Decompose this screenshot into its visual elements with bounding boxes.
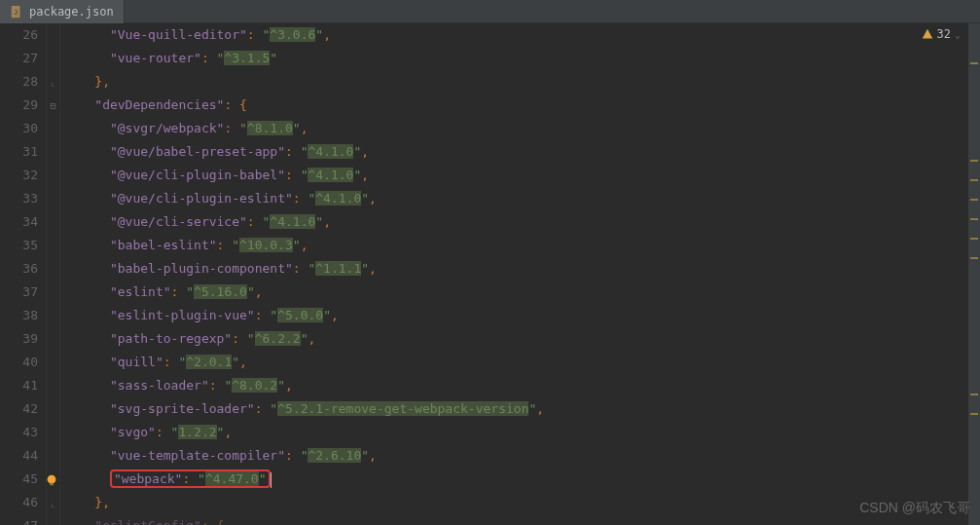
code-line[interactable]: "svg-sprite-loader": "^5.2.1-remove-get-… (64, 397, 980, 421)
fold-marker[interactable] (47, 421, 59, 444)
code-line[interactable]: "@svgr/webpack": "^8.1.0", (64, 117, 980, 140)
svg-text:J: J (14, 8, 18, 15)
fold-marker[interactable] (47, 257, 59, 281)
code-line[interactable]: "svgo": "1.2.2", (64, 421, 980, 444)
line-number: 37 (0, 281, 38, 304)
line-number: 34 (0, 210, 38, 234)
line-number: 29 (0, 94, 38, 117)
fold-marker[interactable] (47, 140, 59, 164)
line-number: 26 (0, 23, 38, 47)
code-line[interactable]: "quill": "^2.0.1", (64, 351, 980, 374)
code-line[interactable]: "Vue-quill-editor": "^3.0.6", (64, 23, 980, 47)
svg-rect-3 (50, 483, 54, 486)
line-number: 40 (0, 351, 38, 374)
line-number: 46 (0, 491, 38, 514)
code-line[interactable]: "eslint-plugin-vue": "^5.0.0", (64, 304, 980, 327)
code-line[interactable]: "babel-plugin-component": "^1.1.1", (64, 257, 980, 281)
tab-bar: J package.json (0, 0, 980, 23)
scrollbar[interactable] (968, 23, 980, 525)
line-number: 44 (0, 444, 38, 468)
fold-marker[interactable]: ⌞ (47, 70, 59, 94)
code-line[interactable]: "eslint": "^5.16.0", (64, 281, 980, 304)
code-line[interactable]: "@vue/cli-service": "^4.1.0", (64, 210, 980, 234)
code-line[interactable]: "vue-template-compiler": "^2.6.10", (64, 444, 980, 468)
fold-marker[interactable] (47, 47, 59, 70)
fold-marker[interactable] (47, 187, 59, 210)
line-number: 35 (0, 234, 38, 257)
watermark: CSDN @码农飞哥 (859, 500, 970, 517)
line-number: 45 (0, 468, 38, 491)
line-number: 28 (0, 70, 38, 94)
line-number: 38 (0, 304, 38, 327)
fold-marker[interactable] (47, 514, 59, 525)
line-number: 33 (0, 187, 38, 210)
line-number: 47 (0, 514, 38, 525)
code-line[interactable]: "@vue/babel-preset-app": "^4.1.0", (64, 140, 980, 164)
code-line[interactable]: "@vue/cli-plugin-eslint": "^4.1.0", (64, 187, 980, 210)
line-number: 32 (0, 164, 38, 187)
fold-gutter: ⌞⊟⌞ (47, 23, 60, 525)
fold-marker[interactable] (47, 374, 59, 397)
fold-marker[interactable] (47, 210, 59, 234)
fold-marker[interactable] (47, 351, 59, 374)
code-line[interactable]: "devDependencies": { (64, 94, 980, 117)
editor[interactable]: 2627282930313233343536373839404142434445… (0, 23, 980, 525)
line-number: 30 (0, 117, 38, 140)
line-number: 27 (0, 47, 38, 70)
line-number: 42 (0, 397, 38, 421)
code-line[interactable]: "eslintConfig": { (64, 514, 980, 525)
code-line[interactable]: "vue-router": "^3.1.5" (64, 47, 980, 70)
code-line[interactable]: "sass-loader": "^8.0.2", (64, 374, 980, 397)
fold-marker[interactable] (47, 164, 59, 187)
fold-marker[interactable] (47, 304, 59, 327)
line-number: 36 (0, 257, 38, 281)
code-area[interactable]: "Vue-quill-editor": "^3.0.6", "vue-route… (60, 23, 980, 525)
tab-filename: package.json (29, 5, 114, 19)
fold-marker[interactable] (47, 117, 59, 140)
fold-marker[interactable] (47, 281, 59, 304)
fold-marker[interactable] (47, 397, 59, 421)
lightbulb-icon[interactable] (45, 473, 58, 487)
code-line[interactable]: }, (64, 70, 980, 94)
fold-marker[interactable]: ⊟ (47, 94, 59, 117)
fold-marker[interactable]: ⌞ (47, 491, 59, 514)
line-number-gutter: 2627282930313233343536373839404142434445… (0, 23, 47, 525)
code-line[interactable]: "@vue/cli-plugin-babel": "^4.1.0", (64, 164, 980, 187)
fold-marker[interactable] (47, 444, 59, 468)
fold-marker[interactable] (47, 23, 59, 47)
json-file-icon: J (10, 5, 23, 19)
fold-marker[interactable] (47, 327, 59, 351)
code-line[interactable]: "babel-eslint": "^10.0.3", (64, 234, 980, 257)
svg-point-2 (48, 475, 56, 484)
line-number: 31 (0, 140, 38, 164)
line-number: 39 (0, 327, 38, 351)
code-line[interactable]: }, (64, 491, 980, 514)
line-number: 41 (0, 374, 38, 397)
fold-marker[interactable] (47, 234, 59, 257)
line-number: 43 (0, 421, 38, 444)
file-tab[interactable]: J package.json (0, 0, 125, 23)
code-line[interactable]: "webpack": "^4.47.0" (64, 468, 980, 491)
code-line[interactable]: "path-to-regexp": "^6.2.2", (64, 327, 980, 351)
